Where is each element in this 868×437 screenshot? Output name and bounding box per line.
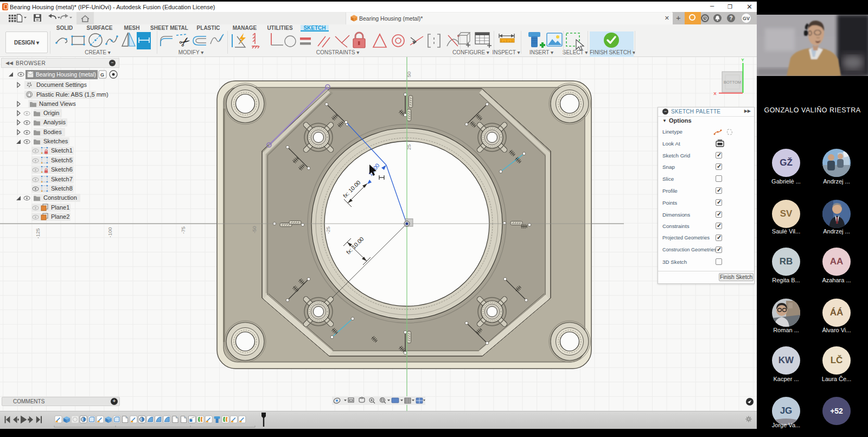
svg-text:Y: Y <box>741 58 744 62</box>
svg-text:-75: -75 <box>180 226 186 234</box>
svg-text:-50: -50 <box>251 226 257 233</box>
svg-text:G: G <box>100 72 104 78</box>
svg-text:50: 50 <box>406 72 412 78</box>
svg-text:BOTTOM: BOTTOM <box>724 80 741 85</box>
svg-text:-25: -25 <box>325 226 331 234</box>
svg-text:25: 25 <box>406 144 412 150</box>
svg-text:Bearing Housing (metal): Bearing Housing (metal) <box>36 72 96 78</box>
svg-text:✂: ✂ <box>176 33 194 51</box>
svg-text:X: X <box>713 91 717 96</box>
